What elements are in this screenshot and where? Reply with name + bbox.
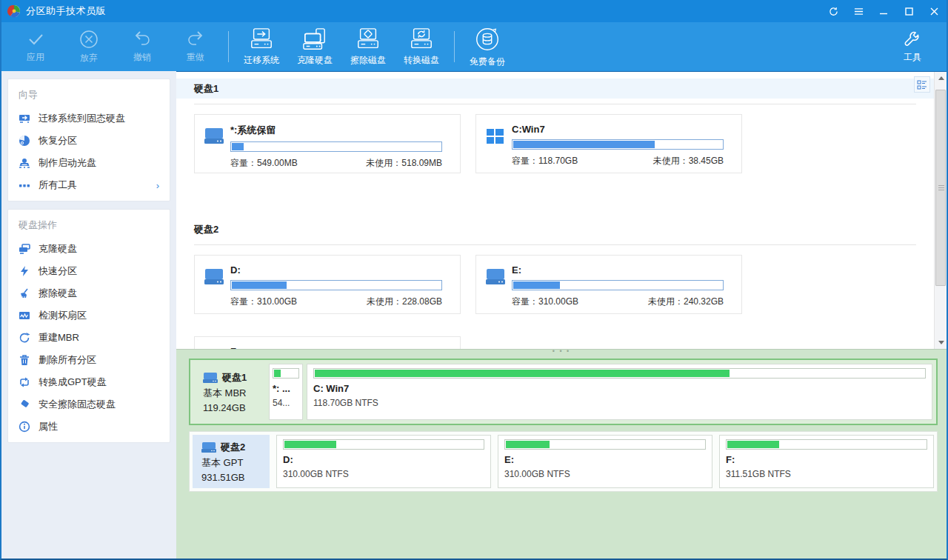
block-size: 118.70GB NTFS: [313, 398, 926, 408]
drive-icon: [204, 267, 224, 287]
section-title-wizards: 向导: [8, 85, 170, 107]
map-block-c-win7[interactable]: C: Win7 118.70GB NTFS: [307, 364, 932, 420]
partition-card-c-win7[interactable]: C:Win7 容量：118.70GB 未使用：38.45GB: [475, 114, 742, 173]
scroll-down-arrow[interactable]: [935, 336, 947, 349]
partition-card-e[interactable]: E: 容量：310.00GB 未使用：240.32GB: [475, 255, 742, 314]
maximize-icon[interactable]: [896, 0, 921, 22]
toolbar-separator: [228, 31, 229, 62]
toolbar: 应用 放弃 撤销 重做 迁移系统 克隆: [1, 22, 947, 71]
disk-cards-panel: 硬盘1 *:系统保留 容量: [176, 71, 947, 349]
map-block-system-reserved[interactable]: *: ... 54...: [269, 364, 303, 420]
disk1-header[interactable]: 硬盘1: [176, 79, 934, 99]
sidebar-section-wizards: 向导 迁移系统到固态硬盘 恢复分区 制作启动光盘 所有工具 ›: [7, 79, 170, 201]
migrate-os-button[interactable]: 迁移系统: [235, 24, 288, 69]
partition-card-system-reserved[interactable]: *:系统保留 容量：549.00MB 未使用：518.09MB: [194, 114, 461, 173]
migrate-ssd-icon: [19, 113, 30, 124]
block-label: D:: [283, 454, 484, 465]
map-block-e[interactable]: E: 310.00GB NTFS: [498, 435, 712, 488]
sidebar-item-make-boot-disc[interactable]: 制作启动光盘: [8, 152, 170, 174]
sidebar-item-secure-erase-ssd[interactable]: 安全擦除固态硬盘: [8, 393, 170, 416]
sidebar-item-wipe-disk[interactable]: 擦除硬盘: [8, 282, 170, 304]
wipe-disk-button[interactable]: 擦除磁盘: [341, 24, 395, 69]
info-icon: [19, 421, 30, 433]
convert-disk-button[interactable]: 转换磁盘: [395, 24, 448, 69]
disk1-map-row[interactable]: 硬盘1 基本 MBR 119.24GB *: ... 54... C: Win7…: [189, 359, 938, 425]
disk1-map-type: 基本 MBR: [203, 387, 265, 400]
sidebar-item-recover-partition[interactable]: 恢复分区: [8, 130, 170, 152]
usage-bar: [504, 439, 706, 450]
more-dots-icon: [19, 179, 30, 191]
discard-button[interactable]: 放弃: [62, 24, 116, 69]
partition-label: E:: [512, 264, 724, 276]
app-logo-icon: [7, 4, 21, 18]
splitter-handle-icon[interactable]: • • •: [553, 349, 570, 353]
sidebar-item-check-bad-sectors[interactable]: 检测坏扇区: [8, 304, 170, 327]
check-icon: [24, 30, 47, 49]
usage-bar: [273, 368, 299, 379]
disk1-map-name: 硬盘1: [222, 371, 247, 384]
sidebar-item-convert-to-gpt[interactable]: 转换成GPT硬盘: [8, 371, 170, 393]
disk1-map-header[interactable]: 硬盘1 基本 MBR 119.24GB: [194, 364, 265, 420]
sidebar-item-migrate-os-to-ssd[interactable]: 迁移系统到固态硬盘: [8, 107, 170, 130]
disk1-partitions-row: *:系统保留 容量：549.00MB 未使用：518.09MB: [176, 104, 934, 173]
capacity-text: 容量：310.00GB: [230, 296, 297, 308]
block-label: C: Win7: [313, 383, 926, 394]
sidebar-item-rebuild-mbr[interactable]: 重建MBR: [8, 327, 170, 349]
tools-button[interactable]: 工具: [886, 24, 939, 69]
menu-icon[interactable]: [846, 0, 871, 22]
view-toggle-button[interactable]: [914, 76, 930, 93]
sidebar-item-all-tools[interactable]: 所有工具 ›: [8, 174, 170, 196]
backup-icon: [473, 25, 501, 53]
partition-card-d[interactable]: D: 容量：310.00GB 未使用：228.08GB: [194, 255, 461, 314]
capacity-text: 容量：310.00GB: [512, 296, 578, 308]
disk2-header[interactable]: 硬盘2: [176, 219, 934, 239]
capacity-text: 容量：118.70GB: [512, 155, 578, 167]
partition-card-f[interactable]: F:: [194, 336, 461, 349]
chevron-right-icon: ›: [156, 180, 159, 191]
vertical-scrollbar[interactable]: [934, 72, 947, 349]
redo-label: 重做: [187, 51, 204, 64]
scrollbar-thumb[interactable]: [935, 90, 946, 286]
sidebar-item-delete-all-partitions[interactable]: 删除所有分区: [8, 349, 170, 371]
sidebar-item-label: 属性: [39, 420, 58, 433]
tools-label: 工具: [904, 51, 921, 64]
map-block-f[interactable]: F: 311.51GB NTFS: [719, 435, 934, 488]
scrollbar-grip: [938, 185, 944, 191]
sidebar-section-disk-operations: 硬盘操作 克隆硬盘 快速分区 擦除硬盘 检测坏扇区: [7, 209, 170, 443]
minimize-icon[interactable]: [871, 0, 896, 22]
clone-disk-button[interactable]: 克隆硬盘: [288, 24, 341, 69]
sidebar-item-label: 重建MBR: [39, 331, 79, 344]
undo-label: 撤销: [133, 51, 151, 64]
free-backup-button[interactable]: 免费备份: [461, 24, 514, 69]
disk2-title: 硬盘2: [194, 223, 218, 236]
disk2-map-header[interactable]: 硬盘2 基本 GPT 931.51GB: [193, 435, 270, 488]
sidebar-item-clone-disk[interactable]: 克隆硬盘: [8, 238, 170, 260]
partition-label: C:Win7: [512, 124, 724, 135]
redo-button[interactable]: 重做: [169, 24, 222, 69]
usage-bar: [512, 280, 724, 290]
cancel-circle-icon: [79, 29, 99, 50]
refresh-icon[interactable]: [821, 0, 846, 22]
disk2-map-row[interactable]: 硬盘2 基本 GPT 931.51GB D: 310.00GB NTFS E: …: [189, 431, 938, 492]
undo-button[interactable]: 撤销: [116, 24, 169, 69]
partition-label: D:: [230, 264, 442, 276]
close-icon[interactable]: [921, 0, 947, 22]
discard-label: 放弃: [80, 52, 98, 64]
usage-bar: [726, 439, 927, 450]
sidebar-item-quick-partition[interactable]: 快速分区: [8, 260, 170, 282]
capacity-text: 容量：549.00MB: [230, 157, 298, 170]
sidebar-item-label: 安全擦除固态硬盘: [39, 398, 116, 411]
content-area: 向导 迁移系统到固态硬盘 恢复分区 制作启动光盘 所有工具 ›: [1, 71, 947, 559]
rebuild-mbr-icon: [19, 332, 30, 344]
sidebar-item-properties[interactable]: 属性: [8, 416, 170, 438]
map-block-d[interactable]: D: 310.00GB NTFS: [276, 435, 491, 488]
sidebar-item-label: 快速分区: [39, 264, 77, 278]
scroll-up-arrow[interactable]: [935, 72, 947, 84]
sidebar-item-label: 恢复分区: [39, 134, 77, 147]
clone-disk-label: 克隆硬盘: [297, 54, 333, 67]
disk1-map-size: 119.24GB: [203, 402, 265, 413]
apply-button[interactable]: 应用: [9, 24, 62, 69]
recover-partition-icon: [19, 135, 30, 147]
block-size: 54...: [273, 398, 299, 408]
usage-bar: [283, 439, 484, 450]
